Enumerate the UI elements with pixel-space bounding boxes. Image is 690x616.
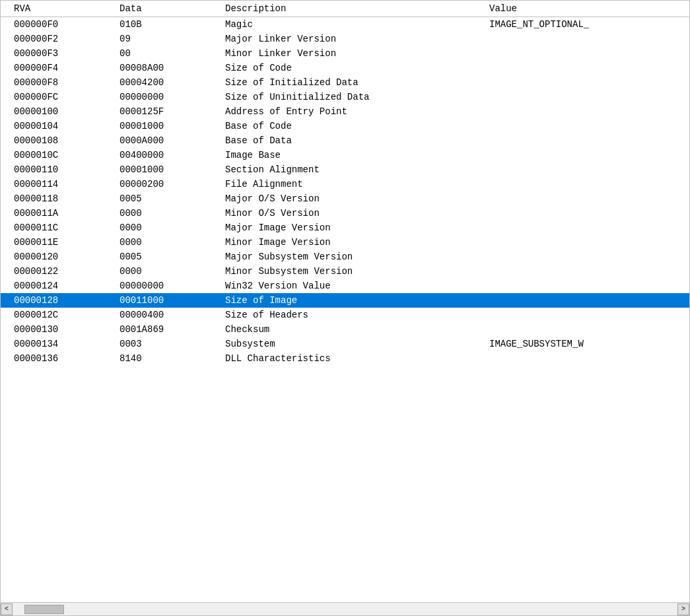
table-row[interactable]: 0000011C0000Major Image Version <box>1 221 689 235</box>
table-row[interactable]: 000001180005Major O/S Version <box>1 191 689 206</box>
cell-value: IMAGE_NT_OPTIONAL_ <box>483 19 689 30</box>
cell-rva: 00000136 <box>1 353 113 364</box>
cell-rva: 00000110 <box>1 164 113 175</box>
table-row[interactable]: 0000010C00400000Image Base <box>1 148 689 162</box>
table-row[interactable]: 0000012400000000Win32 Version Value <box>1 279 689 293</box>
header-description: Description <box>219 3 483 14</box>
table-header-row: RVA Data Description Value <box>1 1 689 17</box>
cell-rva: 00000100 <box>1 106 113 117</box>
cell-rva: 0000011A <box>1 208 113 219</box>
cell-description: Size of Image <box>219 295 483 306</box>
cell-description: Major Image Version <box>219 222 483 233</box>
cell-value <box>483 121 689 131</box>
pe-header-table: RVA Data Description Value 000000F0010BM… <box>0 0 690 616</box>
cell-description: Size of Code <box>219 63 483 73</box>
table-row[interactable]: 0000012800011000Size of Image <box>1 293 689 308</box>
cell-rva: 0000012C <box>1 310 113 320</box>
table-row[interactable]: 000000F0010BMagicIMAGE_NT_OPTIONAL_ <box>1 17 689 32</box>
cell-value <box>483 135 689 146</box>
table-row[interactable]: 000001200005Major Subsystem Version <box>1 250 689 264</box>
table-body[interactable]: 000000F0010BMagicIMAGE_NT_OPTIONAL_00000… <box>1 17 689 602</box>
table-row[interactable]: 000000FC00000000Size of Uninitialized Da… <box>1 90 689 104</box>
cell-rva: 0000011E <box>1 237 113 248</box>
cell-data: 0001A869 <box>113 324 219 335</box>
table-row[interactable]: 000001300001A869Checksum <box>1 322 689 337</box>
cell-description: Minor Linker Version <box>219 48 483 59</box>
cell-rva: 000000F2 <box>1 34 113 44</box>
cell-description: Subsystem <box>219 339 483 349</box>
table-row[interactable]: 000001080000A000Base of Data <box>1 133 689 148</box>
table-row[interactable]: 000000F209Major Linker Version <box>1 32 689 46</box>
cell-description: File Alignment <box>219 179 483 189</box>
scrollbar-thumb[interactable] <box>24 605 64 614</box>
cell-rva: 00000134 <box>1 339 113 349</box>
cell-value <box>483 324 689 335</box>
cell-rva: 000000F3 <box>1 48 113 59</box>
cell-description: Magic <box>219 19 483 30</box>
cell-rva: 000000F8 <box>1 77 113 88</box>
cell-value <box>483 34 689 44</box>
cell-rva: 000000F0 <box>1 19 113 30</box>
cell-rva: 00000124 <box>1 281 113 291</box>
cell-value <box>483 266 689 277</box>
scrollbar-track[interactable] <box>24 605 666 614</box>
table-row[interactable]: 0000011000001000Section Alignment <box>1 162 689 177</box>
cell-data: 0000 <box>113 237 219 248</box>
table-row[interactable]: 000001000000125FAddress of Entry Point <box>1 104 689 119</box>
scroll-left-button[interactable]: < <box>1 603 13 615</box>
table-row[interactable]: 000001340003SubsystemIMAGE_SUBSYSTEM_W <box>1 337 689 351</box>
cell-data: 8140 <box>113 353 219 364</box>
table-row[interactable]: 0000012C00000400Size of Headers <box>1 308 689 322</box>
table-row[interactable]: 0000011A0000Minor O/S Version <box>1 206 689 221</box>
table-row[interactable]: 000000F800004200Size of Initialized Data <box>1 75 689 90</box>
cell-data: 010B <box>113 19 219 30</box>
cell-data: 00 <box>113 48 219 59</box>
scroll-right-button[interactable]: > <box>677 603 689 615</box>
cell-value: IMAGE_SUBSYSTEM_W <box>483 339 689 349</box>
cell-rva: 00000120 <box>1 252 113 262</box>
cell-data: 00000200 <box>113 179 219 189</box>
horizontal-scrollbar[interactable]: < > <box>1 602 689 615</box>
cell-description: Size of Headers <box>219 310 483 320</box>
cell-rva: 000000F4 <box>1 63 113 73</box>
cell-data: 00008A00 <box>113 63 219 73</box>
cell-description: DLL Characteristics <box>219 353 483 364</box>
cell-value <box>483 252 689 262</box>
table-row[interactable]: 000000F300Minor Linker Version <box>1 46 689 61</box>
cell-value <box>483 353 689 364</box>
cell-value <box>483 92 689 102</box>
table-row[interactable]: 000001220000Minor Subsystem Version <box>1 264 689 279</box>
header-data: Data <box>113 3 219 14</box>
cell-value <box>483 237 689 248</box>
cell-value <box>483 63 689 73</box>
cell-data: 0005 <box>113 252 219 262</box>
cell-value <box>483 48 689 59</box>
cell-data: 0000 <box>113 266 219 277</box>
cell-data: 00000000 <box>113 92 219 102</box>
cell-description: Size of Uninitialized Data <box>219 92 483 102</box>
cell-description: Minor Subsystem Version <box>219 266 483 277</box>
cell-description: Address of Entry Point <box>219 106 483 117</box>
cell-rva: 0000011C <box>1 222 113 233</box>
table-row[interactable]: 000000F400008A00Size of Code <box>1 61 689 75</box>
table-row[interactable]: 0000011400000200File Alignment <box>1 177 689 191</box>
table-row[interactable]: 000001368140DLL Characteristics <box>1 351 689 366</box>
cell-value <box>483 281 689 291</box>
cell-rva: 00000104 <box>1 121 113 131</box>
cell-rva: 00000128 <box>1 295 113 306</box>
cell-data: 09 <box>113 34 219 44</box>
cell-rva: 000000FC <box>1 92 113 102</box>
cell-description: Image Base <box>219 150 483 160</box>
table-row[interactable]: 0000011E0000Minor Image Version <box>1 235 689 250</box>
cell-value <box>483 179 689 189</box>
cell-data: 0000 <box>113 222 219 233</box>
cell-rva: 00000114 <box>1 179 113 189</box>
cell-rva: 0000010C <box>1 150 113 160</box>
table-row[interactable]: 0000010400001000Base of Code <box>1 119 689 133</box>
cell-description: Size of Initialized Data <box>219 77 483 88</box>
cell-value <box>483 106 689 117</box>
cell-description: Major Subsystem Version <box>219 252 483 262</box>
cell-rva: 00000130 <box>1 324 113 335</box>
cell-data: 00000000 <box>113 281 219 291</box>
cell-data: 00001000 <box>113 164 219 175</box>
